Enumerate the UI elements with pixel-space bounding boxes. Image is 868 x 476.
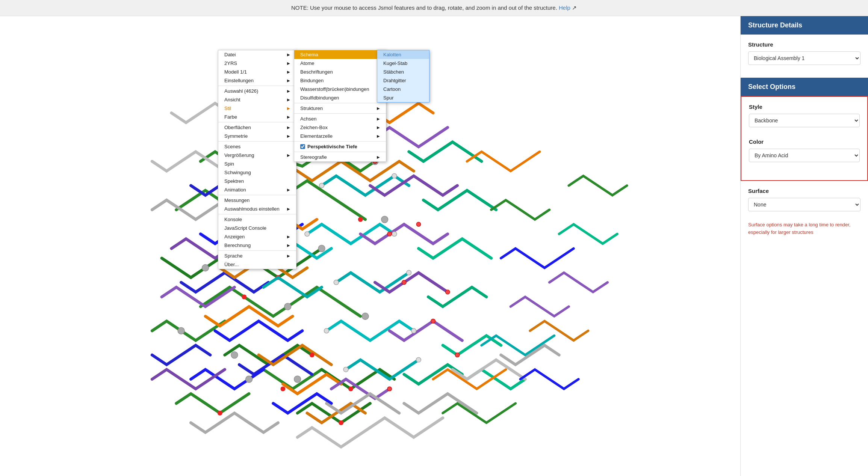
kalotten-spur[interactable]: Spur bbox=[377, 93, 429, 102]
svg-point-15 bbox=[284, 303, 291, 310]
svg-point-24 bbox=[392, 173, 397, 178]
kalotten-kalotten[interactable]: Kalotten bbox=[377, 50, 429, 59]
separator-2 bbox=[218, 122, 296, 122]
menu-item-vergroesserung[interactable]: Vergrößerung▶ bbox=[218, 151, 296, 160]
svg-point-14 bbox=[318, 245, 325, 252]
menu-item-konsole[interactable]: Konsole bbox=[218, 215, 296, 224]
svg-point-30 bbox=[411, 328, 416, 333]
structure-label: Structure bbox=[748, 41, 860, 48]
submenu-sep-4 bbox=[294, 152, 386, 152]
menu-item-schwingung[interactable]: Schwingung bbox=[218, 168, 296, 177]
submenu-sep-1 bbox=[294, 103, 386, 103]
svg-point-17 bbox=[231, 352, 238, 359]
svg-point-11 bbox=[339, 420, 343, 425]
menu-item-messungen[interactable]: Messungen bbox=[218, 196, 296, 205]
svg-point-8 bbox=[280, 386, 285, 391]
menu-item-oberflaechen[interactable]: Oberflächen▶ bbox=[218, 123, 296, 132]
submenu-kalotten[interactable]: Kalotten Kugel-Stab Stäbchen Drahtgitter… bbox=[377, 50, 429, 102]
svg-point-20 bbox=[246, 376, 253, 383]
menu-item-animation[interactable]: Animation▶ bbox=[218, 185, 296, 194]
svg-point-18 bbox=[294, 376, 301, 383]
menu-item-spektren[interactable]: Spektren bbox=[218, 177, 296, 185]
submenu-disulfid[interactable]: Disulfidbindungen▶ bbox=[294, 93, 386, 102]
kalotten-kugel-stab[interactable]: Kugel-Stab bbox=[377, 59, 429, 68]
surface-note: Surface options may take a long time to … bbox=[748, 221, 860, 236]
svg-point-28 bbox=[407, 270, 411, 275]
menu-item-symmetrie[interactable]: Symmetrie▶ bbox=[218, 132, 296, 140]
kalotten-drahtgitter[interactable]: Drahtgitter bbox=[377, 76, 429, 85]
menu-item-ansicht[interactable]: Ansicht▶ bbox=[218, 95, 296, 104]
svg-point-19 bbox=[362, 313, 369, 319]
menu-item-ueber[interactable]: Über... bbox=[218, 260, 296, 269]
menu-item-sprache[interactable]: Sprache▶ bbox=[218, 252, 296, 260]
svg-point-26 bbox=[392, 232, 397, 236]
context-menu[interactable]: Datei▶ 2YRS▶ Modell 1/1▶ Einstellungen▶ … bbox=[218, 50, 296, 269]
submenu-strukturen[interactable]: Strukturen▶ bbox=[294, 104, 386, 113]
svg-point-32 bbox=[416, 357, 421, 362]
menu-item-scenes[interactable]: Scenes bbox=[218, 142, 296, 151]
menu-item-auswahl[interactable]: Auswahl (4626)▶ bbox=[218, 87, 296, 95]
submenu-bindungen[interactable]: Bindungen▶ bbox=[294, 76, 386, 85]
color-label: Color bbox=[749, 139, 860, 145]
submenu-stereografie[interactable]: Stereografie▶ bbox=[294, 153, 386, 161]
perspektiv-checkbox[interactable] bbox=[300, 144, 305, 149]
svg-point-34 bbox=[387, 232, 392, 236]
svg-point-22 bbox=[381, 216, 388, 223]
submenu-achsen[interactable]: Achsen▶ bbox=[294, 114, 386, 123]
submenu-beschriftungen[interactable]: Beschriftungen▶ bbox=[294, 68, 386, 76]
surface-section: Surface None Solvent Accessible Solvent … bbox=[741, 181, 868, 243]
submenu-sep-3 bbox=[294, 141, 386, 142]
structure-details-header: Structure Details bbox=[741, 16, 868, 35]
menu-item-modell[interactable]: Modell 1/1▶ bbox=[218, 68, 296, 76]
menu-item-farbe[interactable]: Farbe▶ bbox=[218, 113, 296, 121]
surface-label: Surface bbox=[748, 188, 860, 194]
separator-6 bbox=[218, 250, 296, 251]
menu-item-stil[interactable]: Stil▶ bbox=[218, 104, 296, 113]
menu-item-auswahlmodus[interactable]: Auswahlmodus einstellen▶ bbox=[218, 205, 296, 213]
menu-item-javascript[interactable]: JavaScript Console bbox=[218, 224, 296, 232]
svg-point-25 bbox=[305, 232, 310, 236]
svg-point-9 bbox=[218, 411, 222, 416]
top-bar: NOTE: Use your mouse to access Jsmol fea… bbox=[0, 0, 868, 16]
svg-point-23 bbox=[319, 183, 324, 188]
separator-3 bbox=[218, 141, 296, 142]
submenu-zeichen-box[interactable]: Zeichen-Box▶ bbox=[294, 123, 386, 132]
svg-point-13 bbox=[202, 265, 209, 271]
svg-point-4 bbox=[358, 217, 363, 222]
color-select[interactable]: By Amino Acid By Chain By Secondary Stru… bbox=[749, 149, 860, 162]
style-row: Style Backbone Cartoon Sphere Stick Ball… bbox=[749, 104, 860, 133]
color-row: Color By Amino Acid By Chain By Secondar… bbox=[749, 139, 860, 168]
menu-item-spin[interactable]: Spin bbox=[218, 160, 296, 168]
viewer-area[interactable]: Datei▶ 2YRS▶ Modell 1/1▶ Einstellungen▶ … bbox=[0, 16, 740, 476]
help-icon: ↗ bbox=[572, 5, 577, 11]
svg-point-40 bbox=[387, 387, 392, 391]
svg-point-35 bbox=[402, 280, 406, 285]
style-select[interactable]: Backbone Cartoon Sphere Stick Ball & Sti… bbox=[749, 114, 860, 127]
kalotten-cartoon[interactable]: Cartoon bbox=[377, 85, 429, 93]
submenu-elementarzelle[interactable]: Elementarzelle▶ bbox=[294, 132, 386, 140]
kalotten-staebchen[interactable]: Stäbchen bbox=[377, 68, 429, 76]
surface-select[interactable]: None Solvent Accessible Solvent Excluded… bbox=[748, 198, 860, 211]
submenu-schema-item[interactable]: Schema▶ bbox=[294, 50, 386, 59]
submenu-schema[interactable]: Schema▶ Atome▶ Beschriftungen▶ Bindungen… bbox=[294, 50, 386, 162]
main-area: Datei▶ 2YRS▶ Modell 1/1▶ Einstellungen▶ … bbox=[0, 16, 868, 476]
note-text: NOTE: Use your mouse to access Jsmol fea… bbox=[291, 5, 557, 11]
menu-item-anzeigen[interactable]: Anzeigen▶ bbox=[218, 232, 296, 241]
help-link[interactable]: Help bbox=[559, 5, 570, 11]
separator-1 bbox=[218, 86, 296, 86]
menu-item-datei[interactable]: Datei▶ bbox=[218, 50, 296, 59]
submenu-atome[interactable]: Atome▶ bbox=[294, 59, 386, 68]
svg-point-38 bbox=[446, 290, 450, 294]
menu-item-berechnung[interactable]: Berechnung▶ bbox=[218, 241, 296, 250]
svg-point-6 bbox=[242, 294, 246, 299]
menu-item-2yrs[interactable]: 2YRS▶ bbox=[218, 59, 296, 68]
svg-point-27 bbox=[334, 280, 339, 285]
submenu-sep-2 bbox=[294, 113, 386, 114]
submenu-perspektiv[interactable]: Perspektivische Tiefe bbox=[294, 142, 386, 151]
menu-item-einstellungen[interactable]: Einstellungen▶ bbox=[218, 76, 296, 85]
svg-point-37 bbox=[431, 319, 436, 324]
svg-point-21 bbox=[178, 327, 184, 334]
svg-point-39 bbox=[455, 353, 460, 357]
structure-select[interactable]: Biological Assembly 1 Biological Assembl… bbox=[748, 51, 860, 65]
submenu-wasserstoff[interactable]: Wasserstoff(brücken)bindungen▶ bbox=[294, 85, 386, 93]
